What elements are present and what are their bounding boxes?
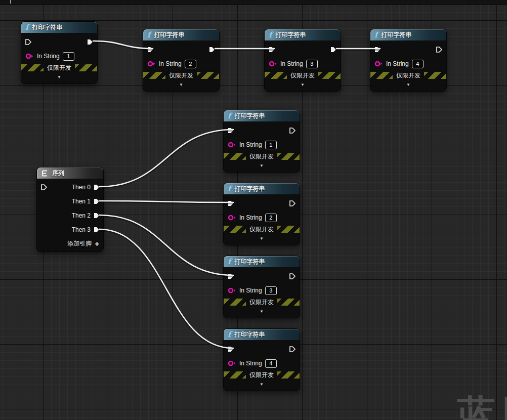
string-pin[interactable]	[269, 60, 277, 67]
exec-out-pin[interactable]	[436, 46, 443, 53]
exec-out-pin[interactable]	[289, 346, 296, 353]
print-string-node-3[interactable]: f 打印字符串 In String 3 仅限开发 ▼	[264, 29, 341, 92]
in-string-value[interactable]: 2	[265, 214, 277, 222]
then-3-pin[interactable]	[93, 226, 100, 233]
in-string-label: In String	[37, 53, 60, 60]
string-pin[interactable]	[228, 214, 236, 221]
function-icon: f	[269, 31, 272, 39]
exec-in-pin[interactable]	[227, 200, 234, 207]
dev-only-banner: 仅限开发	[143, 70, 219, 80]
in-string-label: In String	[239, 141, 262, 148]
print-string-node-2[interactable]: f 打印字符串 In String 2 仅限开发 ▼	[143, 29, 220, 92]
node-title: 打印字符串	[234, 185, 265, 193]
function-icon: f	[228, 185, 231, 193]
advanced-expander[interactable]: ▼	[224, 307, 300, 316]
top-bar	[0, 0, 507, 5]
advanced-expander[interactable]: ▼	[224, 380, 300, 389]
exec-in-pin[interactable]	[227, 273, 234, 280]
chevron-down-icon: ▼	[260, 310, 264, 314]
exec-out-pin[interactable]	[289, 273, 296, 280]
add-pin-button[interactable]: 添加引脚 +	[37, 237, 103, 250]
then-1-pin[interactable]	[93, 198, 100, 205]
advanced-expander[interactable]: ▼	[265, 80, 341, 90]
chevron-down-icon: ▼	[301, 83, 305, 87]
node-header[interactable]: f 打印字符串	[143, 29, 219, 40]
exec-out-pin[interactable]	[330, 46, 337, 53]
in-string-value[interactable]: 1	[265, 141, 277, 149]
exec-out-pin[interactable]	[208, 46, 216, 53]
print-string-node-8[interactable]: f 打印字符串 In String 4 仅限开发 ▼	[223, 328, 300, 391]
node-title: 打印字符串	[381, 31, 411, 39]
string-pin[interactable]	[228, 141, 236, 148]
then-0-pin[interactable]	[93, 184, 100, 191]
chevron-down-icon: ▼	[260, 237, 264, 241]
wire-then1-to-print6[interactable]	[99, 201, 233, 202]
in-string-value[interactable]: 4	[412, 60, 424, 68]
print-string-node-7[interactable]: f 打印字符串 In String 3 仅限开发 ▼	[223, 256, 300, 318]
exec-in-pin[interactable]	[40, 184, 48, 191]
node-header[interactable]: f 打印字符串	[224, 329, 300, 340]
node-header[interactable]: f 打印字符串	[21, 22, 97, 33]
dev-only-label: 仅限开发	[44, 64, 75, 71]
exec-in-pin[interactable]	[268, 46, 275, 53]
dev-only-label: 仅限开发	[246, 153, 277, 160]
in-string-label: In String	[239, 287, 262, 294]
advanced-expander[interactable]: ▼	[21, 73, 97, 82]
node-title: 打印字符串	[275, 31, 306, 39]
node-header[interactable]: 序列	[37, 167, 103, 179]
chevron-down-icon: ▼	[179, 83, 183, 87]
function-icon: f	[147, 31, 150, 39]
node-header[interactable]: f 打印字符串	[224, 183, 300, 194]
node-title: 打印字符串	[154, 31, 184, 39]
advanced-expander[interactable]: ▼	[143, 80, 219, 90]
string-pin[interactable]	[374, 60, 383, 67]
dev-only-banner: 仅限开发	[224, 151, 300, 161]
dev-only-banner: 仅限开发	[21, 63, 97, 73]
node-header[interactable]: f 打印字符串	[224, 256, 300, 267]
in-string-value[interactable]: 3	[306, 60, 318, 68]
wire-then3-to-print8[interactable]	[99, 229, 233, 348]
exec-in-pin[interactable]	[147, 46, 154, 53]
dev-only-label: 仅限开发	[165, 72, 197, 79]
exec-in-pin[interactable]	[227, 346, 234, 353]
in-string-label: In String	[239, 360, 262, 367]
in-string-label: In String	[280, 60, 303, 67]
advanced-expander[interactable]: ▼	[224, 234, 300, 243]
string-pin[interactable]	[228, 360, 236, 367]
print-string-node-5[interactable]: f 打印字符串 In String 1 仅限开发 ▼	[223, 110, 300, 173]
in-string-value[interactable]: 4	[265, 359, 277, 368]
exec-out-pin[interactable]	[87, 38, 94, 46]
exec-out-pin[interactable]	[289, 200, 296, 207]
function-icon: f	[228, 258, 231, 266]
advanced-expander[interactable]: ▼	[370, 80, 446, 90]
exec-in-pin[interactable]	[374, 46, 381, 53]
print-string-node-4[interactable]: f 打印字符串 In String 4 仅限开发 ▼	[370, 29, 447, 92]
wire-then2-to-print7[interactable]	[99, 215, 233, 275]
wire-then0-to-print5[interactable]	[99, 130, 233, 187]
in-string-value[interactable]: 2	[185, 60, 196, 68]
node-title: 打印字符串	[234, 112, 265, 120]
string-pin[interactable]	[228, 287, 236, 294]
node-header[interactable]: f 打印字符串	[224, 110, 300, 121]
print-string-node-1[interactable]: f 打印字符串 In String 1 仅限开发 ▼	[21, 21, 98, 84]
blueprint-graph-canvas[interactable]: f 打印字符串 In String 1 仅限开发 ▼ f 打印字符串 In St…	[0, 0, 507, 420]
in-string-value[interactable]: 1	[63, 52, 74, 61]
advanced-expander[interactable]: ▼	[224, 161, 300, 171]
then-2-pin[interactable]	[93, 212, 100, 219]
exec-out-pin[interactable]	[289, 127, 296, 134]
chevron-down-icon: ▼	[406, 83, 410, 87]
string-pin[interactable]	[25, 53, 34, 60]
plus-icon: +	[95, 240, 99, 247]
node-header[interactable]: f 打印字符串	[265, 29, 341, 40]
dev-only-banner: 仅限开发	[224, 297, 300, 307]
chevron-down-icon: ▼	[260, 164, 264, 168]
in-string-value[interactable]: 3	[265, 286, 277, 295]
exec-in-pin[interactable]	[227, 127, 234, 134]
string-pin[interactable]	[147, 60, 156, 67]
print-string-node-6[interactable]: f 打印字符串 In String 2 仅限开发 ▼	[223, 183, 300, 245]
node-header[interactable]: f 打印字符串	[370, 29, 446, 40]
then-pin-label: Then 2	[72, 212, 91, 219]
dev-only-banner: 仅限开发	[224, 370, 300, 380]
exec-in-pin[interactable]	[25, 38, 32, 46]
sequence-node[interactable]: 序列 Then 0 Then 1 Then 2 Then 3 添加引脚 +	[36, 167, 104, 252]
